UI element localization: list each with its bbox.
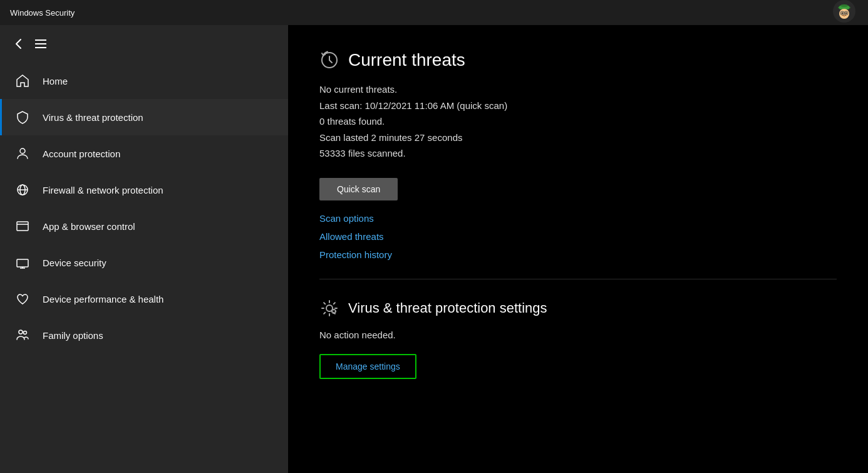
quick-scan-button[interactable]: Quick scan — [319, 178, 398, 200]
svg-point-6 — [845, 13, 847, 14]
sidebar-item-device-health[interactable]: Device performance & health — [0, 281, 288, 317]
app-body: Home Virus & threat protection — [0, 25, 868, 473]
svg-rect-16 — [17, 259, 28, 267]
svg-rect-14 — [17, 222, 28, 231]
back-button[interactable] — [13, 38, 25, 50]
svg-point-20 — [24, 331, 27, 335]
allowed-threats-link[interactable]: Allowed threats — [319, 231, 837, 242]
scan-options-link[interactable]: Scan options — [319, 213, 837, 224]
sidebar-item-app-browser[interactable]: App & browser control — [0, 208, 288, 244]
manage-settings-button[interactable]: Manage settings — [319, 354, 416, 379]
sidebar-item-device-security[interactable]: Device security — [0, 244, 288, 281]
sidebar-top — [0, 30, 288, 58]
sidebar: Home Virus & threat protection — [0, 25, 288, 473]
no-action-text: No action needed. — [319, 327, 837, 343]
main-content: Current threats No current threats. Last… — [288, 25, 868, 473]
back-arrow-icon — [13, 38, 25, 50]
network-icon — [15, 182, 30, 197]
virus-settings-header: Virus & threat protection settings — [319, 298, 837, 318]
sidebar-item-firewall[interactable]: Firewall & network protection — [0, 172, 288, 208]
person-icon — [15, 146, 30, 161]
avatar — [833, 0, 858, 25]
browser-icon — [15, 219, 30, 234]
protection-history-link[interactable]: Protection history — [319, 249, 837, 260]
sidebar-item-family[interactable]: Family options — [0, 317, 288, 353]
family-icon — [15, 328, 30, 343]
device-icon — [15, 255, 30, 270]
app-title: Windows Security — [10, 8, 75, 18]
section-divider — [319, 279, 837, 279]
sidebar-navigation: Home Virus & threat protection — [0, 63, 288, 353]
svg-point-19 — [19, 330, 23, 334]
current-threats-header: Current threats — [319, 50, 837, 70]
svg-point-5 — [842, 13, 844, 14]
no-threats-text: No current threats. Last scan: 10/12/202… — [319, 81, 837, 162]
sidebar-item-home[interactable]: Home — [0, 63, 288, 99]
svg-point-10 — [20, 148, 25, 153]
svg-point-3 — [840, 4, 848, 7]
virus-settings-title: Virus & threat protection settings — [348, 300, 547, 316]
shield-icon — [15, 110, 30, 125]
sidebar-item-account[interactable]: Account protection — [0, 135, 288, 172]
svg-point-22 — [326, 305, 333, 311]
avatar-icon — [833, 0, 855, 23]
current-threats-title: Current threats — [348, 50, 465, 70]
virus-settings-icon — [319, 298, 339, 318]
hamburger-button[interactable] — [35, 39, 46, 48]
current-threats-icon — [319, 50, 339, 70]
health-icon — [15, 291, 30, 306]
title-bar: Windows Security — [0, 0, 868, 25]
home-icon — [15, 73, 30, 88]
sidebar-item-virus[interactable]: Virus & threat protection — [0, 99, 288, 135]
